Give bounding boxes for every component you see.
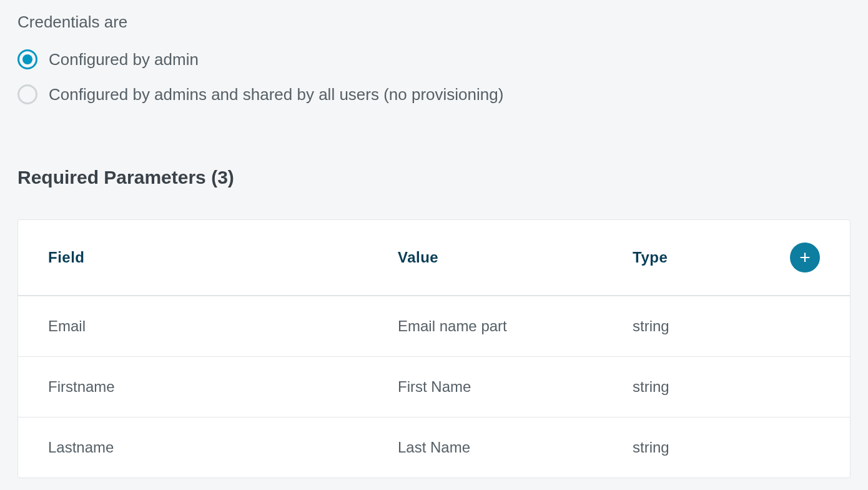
cell-value: Last Name xyxy=(398,439,633,456)
radio-option-label: Configured by admins and shared by all u… xyxy=(49,85,503,104)
parameters-table: Field Value Type + Email Email name part… xyxy=(17,219,851,478)
cell-field: Firstname xyxy=(48,378,398,396)
column-header-field: Field xyxy=(48,249,398,266)
cell-value: Email name part xyxy=(398,318,633,335)
radio-circle-icon xyxy=(17,49,37,69)
column-header-action: + xyxy=(790,242,820,272)
cell-value: First Name xyxy=(398,378,633,396)
radio-option-admin[interactable]: Configured by admin xyxy=(17,49,851,69)
table-row[interactable]: Email Email name part string xyxy=(18,296,850,357)
radio-option-label: Configured by admin xyxy=(49,50,199,69)
cell-field: Lastname xyxy=(48,439,398,456)
column-header-value: Value xyxy=(398,249,633,266)
credentials-label: Credentials are xyxy=(17,12,851,32)
radio-circle-icon xyxy=(17,84,37,104)
table-row[interactable]: Lastname Last Name string xyxy=(18,418,850,478)
cell-type: string xyxy=(633,378,790,396)
cell-type: string xyxy=(633,439,790,456)
cell-type: string xyxy=(633,318,790,335)
radio-dot-icon xyxy=(22,54,32,64)
radio-option-shared[interactable]: Configured by admins and shared by all u… xyxy=(17,84,851,104)
add-parameter-button[interactable]: + xyxy=(790,242,820,272)
table-row[interactable]: Firstname First Name string xyxy=(18,357,850,418)
cell-field: Email xyxy=(48,318,398,335)
table-header-row: Field Value Type + xyxy=(18,220,850,296)
table-body: Email Email name part string Firstname F… xyxy=(18,296,850,478)
column-header-type: Type xyxy=(633,249,790,266)
plus-icon: + xyxy=(799,248,811,267)
parameters-section-title: Required Parameters (3) xyxy=(17,167,851,188)
credentials-radio-group: Configured by admin Configured by admins… xyxy=(17,49,851,104)
